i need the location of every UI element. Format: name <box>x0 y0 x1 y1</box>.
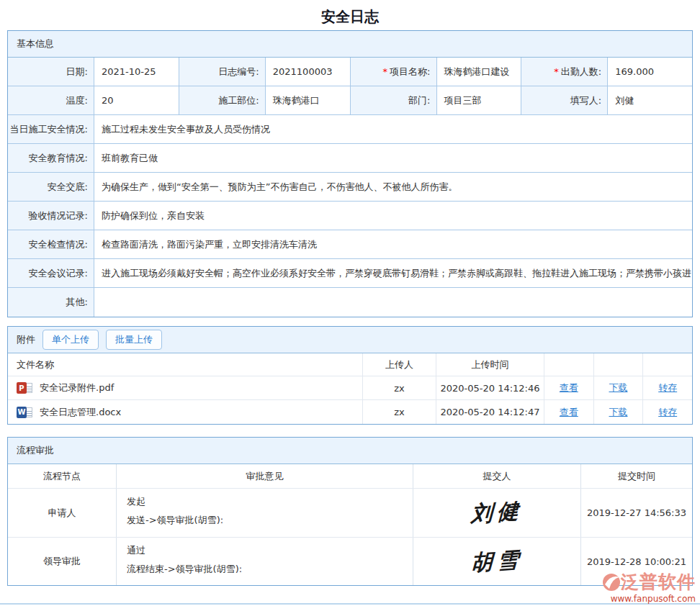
flow-node: 申请人 <box>8 489 117 537</box>
field-label-text: 其他: <box>66 296 88 309</box>
column-header-action-2 <box>594 353 644 376</box>
basic-info-row-other: 其他: <box>8 288 692 317</box>
field-label-text: 日期: <box>66 65 88 78</box>
field-label-other: 其他: <box>8 288 94 317</box>
approval-section: 流程审批 流程节点 审批意见 提交人 提交时间 申请人 发起 发送->领导审批(… <box>7 437 693 586</box>
column-header-action-3 <box>643 353 692 376</box>
column-header-file-name: 文件名称 <box>8 353 363 376</box>
column-header-submit-time: 提交时间 <box>581 464 692 488</box>
field-label-text: 填写人: <box>570 94 601 107</box>
field-label-text: 项目名称: <box>390 65 430 78</box>
field-label-text: 安全会议记录: <box>29 267 88 280</box>
attachment-row-pdf: P 安全记录附件.pdf zx 2020-05-20 14:12:46 查看 下… <box>8 376 692 400</box>
view-link[interactable]: 查看 <box>560 406 578 419</box>
opinion-line-2: 发送->领导审批(胡雪): <box>127 513 223 528</box>
word-icon-letter: W <box>17 407 27 418</box>
column-header-flow-node: 流程节点 <box>8 464 117 488</box>
opinion-line-2: 流程结束->领导审批(胡雪): <box>127 562 242 576</box>
basic-info-row-safety-meeting: 安全会议记录: 进入施工现场必须戴好安全帽；高空作业必须系好安全带，严禁穿硬底带… <box>8 259 692 288</box>
field-value-safety-meeting: 进入施工现场必须戴好安全帽；高空作业必须系好安全带，严禁穿硬底带钉易滑鞋；严禁赤… <box>94 259 692 287</box>
batch-upload-button[interactable]: 批量上传 <box>106 330 162 350</box>
save-as-link[interactable]: 转存 <box>658 406 677 419</box>
download-link[interactable]: 下载 <box>609 381 628 394</box>
field-label-text: 安全交底: <box>48 181 88 194</box>
field-label-construction-part: 施工部位: <box>179 86 266 114</box>
field-value-attendance: 169.000 <box>608 58 692 86</box>
approval-opinion: 通过 流程结束->领导审批(胡雪): <box>117 538 413 585</box>
signature: 刘健 <box>470 496 523 529</box>
field-label-safety-education: 安全教育情况: <box>8 144 94 172</box>
basic-info-row-safety-inspection: 安全检查情况: 检查路面清洗，路面污染严重，立即安排清洗车清洗 <box>8 230 692 259</box>
field-value-construction-part: 珠海鹤港口 <box>266 86 351 114</box>
signature-cell: 胡雪 <box>413 538 581 585</box>
field-label-writer: 填写人: <box>521 86 608 114</box>
save-as-link[interactable]: 转存 <box>658 381 677 394</box>
basic-info-row-safety-today: 当日施工安全情况: 施工过程未发生安全事故及人员受伤情况 <box>8 115 692 144</box>
column-header-submitter: 提交人 <box>413 464 581 488</box>
attachment-row-word: W 安全日志管理.docx zx 2020-05-20 14:12:47 查看 … <box>8 400 692 424</box>
submit-time: 2019-12-27 14:56:33 <box>581 489 692 537</box>
field-label-text: 安全检查情况: <box>29 238 88 251</box>
required-marker: * <box>554 66 559 77</box>
field-label-project-name: *项目名称: <box>351 58 437 86</box>
required-marker: * <box>383 66 388 77</box>
basic-info-row-acceptance-record: 验收情况记录: 防护确保到位，亲自安装 <box>8 202 692 230</box>
download-link[interactable]: 下载 <box>609 406 628 419</box>
field-value-safety-education: 班前教育已做 <box>94 144 692 172</box>
file-name-cell: P 安全记录附件.pdf <box>8 376 363 399</box>
pdf-icon-letter: P <box>17 382 27 394</box>
field-label-attendance: *出勤人数: <box>521 58 608 86</box>
field-label-department: 部门: <box>351 86 437 114</box>
column-header-opinion: 审批意见 <box>117 464 413 488</box>
field-value-safety-briefing: 为确保生产，做到“安全第一、预防为主”不伤害自己，不伤害他人、不被他人所伤害。 <box>94 173 692 201</box>
basic-info-section: 基本信息 日期: 2021-10-25 日志编号: 2021100003 *项目… <box>7 30 693 317</box>
approval-opinion: 发起 发送->领导审批(胡雪): <box>117 489 413 537</box>
field-label-text: 温度: <box>66 94 88 107</box>
field-label-acceptance-record: 验收情况记录: <box>8 202 94 230</box>
field-label-temperature: 温度: <box>8 86 94 114</box>
watermark-url: www.fanpusoft.com <box>602 594 696 604</box>
file-name: 安全日志管理.docx <box>40 406 121 419</box>
uploader: zx <box>363 400 436 424</box>
field-label-safety-meeting: 安全会议记录: <box>8 259 94 287</box>
opinion-line-1: 通过 <box>127 543 145 558</box>
uploader: zx <box>363 376 436 399</box>
field-value-acceptance-record: 防护确保到位，亲自安装 <box>94 202 692 230</box>
flow-node: 领导审批 <box>8 538 117 585</box>
field-value-safety-inspection: 检查路面清洗，路面污染严重，立即安排清洗车清洗 <box>94 230 692 258</box>
field-label-today-safety: 当日施工安全情况: <box>8 115 94 143</box>
field-label-text: 日志编号: <box>218 65 259 78</box>
field-label-text: 验收情况记录: <box>29 209 88 222</box>
field-value-other <box>94 288 692 317</box>
approval-row-leader: 领导审批 通过 流程结束->领导审批(胡雪): 胡雪 2019-12-28 10… <box>8 538 692 585</box>
basic-info-row-safety-briefing: 安全交底: 为确保生产，做到“安全第一、预防为主”不伤害自己，不伤害他人、不被他… <box>8 173 692 202</box>
field-label-safety-inspection: 安全检查情况: <box>8 230 94 258</box>
basic-info-row-safety-education: 安全教育情况: 班前教育已做 <box>8 144 692 173</box>
view-link[interactable]: 查看 <box>560 381 578 394</box>
attachments-section-title: 附件 <box>17 333 35 346</box>
approval-table-header: 流程节点 审批意见 提交人 提交时间 <box>8 464 692 489</box>
field-label-text: 出勤人数: <box>561 65 601 78</box>
upload-time: 2020-05-20 14:12:47 <box>436 400 544 424</box>
field-label-text: 安全教育情况: <box>29 152 88 165</box>
field-value-writer: 刘健 <box>608 86 692 114</box>
field-label-log-number: 日志编号: <box>179 58 266 86</box>
opinion-line-1: 发起 <box>127 494 145 509</box>
approval-row-applicant: 申请人 发起 发送->领导审批(胡雪): 刘健 2019-12-27 14:56… <box>8 489 692 538</box>
field-value-log-number: 2021100003 <box>266 58 351 86</box>
basic-info-row-2: 温度: 20 施工部位: 珠海鹤港口 部门: 项目三部 填写人: 刘健 <box>8 86 692 115</box>
column-header-upload-time: 上传时间 <box>436 353 544 376</box>
bottom-divider <box>0 603 700 605</box>
attachments-header: 附件 单个上传 批量上传 <box>8 327 692 353</box>
file-name: 安全记录附件.pdf <box>40 381 114 394</box>
field-value-date: 2021-10-25 <box>94 58 179 86</box>
field-value-today-safety: 施工过程未发生安全事故及人员受伤情况 <box>94 115 692 143</box>
column-header-uploader: 上传人 <box>363 353 436 376</box>
upload-time: 2020-05-20 14:12:46 <box>436 376 544 399</box>
submit-time: 2019-12-28 10:00:21 <box>581 538 692 585</box>
field-value-temperature: 20 <box>94 86 179 114</box>
field-label-text: 当日施工安全情况: <box>10 123 88 136</box>
single-upload-button[interactable]: 单个上传 <box>42 330 99 350</box>
attachments-table-header: 文件名称 上传人 上传时间 <box>8 353 692 376</box>
attachments-section: 附件 单个上传 批量上传 文件名称 上传人 上传时间 P 安全记录附件.pdf … <box>7 326 693 425</box>
